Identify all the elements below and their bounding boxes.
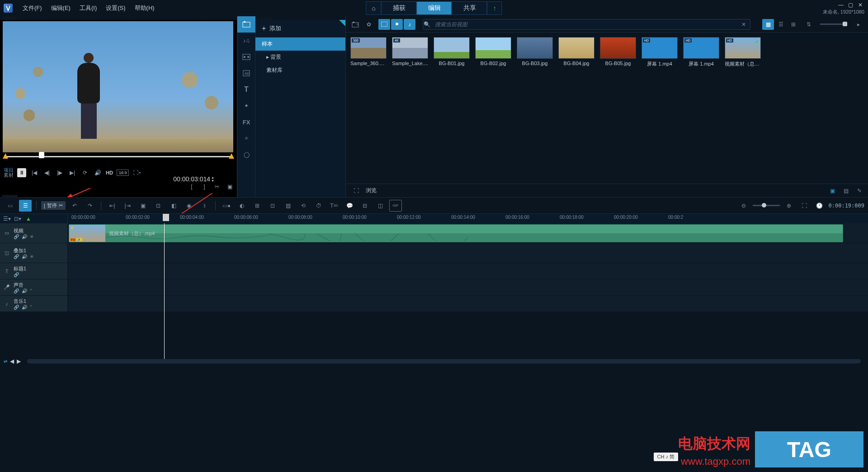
side-tab-media[interactable]: [237, 16, 255, 33]
scroll-left-button[interactable]: ◀: [10, 358, 14, 364]
timeline-view-button[interactable]: ☰: [19, 200, 32, 212]
tab-share[interactable]: 共享: [452, 1, 487, 15]
source-mode-label[interactable]: 素材: [4, 173, 14, 178]
thumb-item[interactable]: HD屏幕 1.mp4: [683, 37, 719, 67]
volume-slider[interactable]: [820, 24, 847, 25]
prev-frame-button[interactable]: ◀|: [42, 168, 52, 177]
thumb-item[interactable]: BG-B02.jpg: [475, 37, 511, 67]
track-content-overlay[interactable]: [68, 243, 868, 263]
tree-item-sample[interactable]: 样本: [255, 38, 345, 51]
sound-icon[interactable]: 🔊: [22, 234, 27, 239]
template-button[interactable]: ⊡: [266, 200, 279, 212]
menu-edit[interactable]: 编辑(E): [47, 4, 75, 12]
side-tab-motion[interactable]: ◯: [237, 146, 255, 163]
timecode-display[interactable]: 00:00:03:014▲▼: [173, 175, 214, 183]
thumb-item[interactable]: HD屏幕 1.mp4: [642, 37, 678, 67]
3d-title-button[interactable]: T3D: [328, 200, 340, 212]
tab-capture[interactable]: 捕获: [382, 1, 417, 15]
cue-marker[interactable]: [163, 214, 169, 221]
mark-in-button[interactable]: [: [187, 183, 196, 191]
time-ruler[interactable]: 00:00:00:00 00:00:02:00 00:00:04:00 00:0…: [68, 214, 868, 223]
tab-home[interactable]: ⌂: [366, 1, 381, 15]
sort-button[interactable]: ⇅: [803, 19, 815, 30]
browse-button[interactable]: ⛶: [350, 185, 362, 196]
thumb-item[interactable]: BG-B03.jpg: [517, 37, 553, 67]
fit-button[interactable]: ⛶: [798, 200, 811, 212]
gif-button[interactable]: GIF: [389, 200, 402, 212]
thumb-item[interactable]: BG-B04.jpg: [558, 37, 594, 67]
undo-button[interactable]: ↶: [68, 200, 81, 212]
multicam-button[interactable]: ⊞: [251, 200, 264, 212]
scrub-bar[interactable]: [5, 156, 232, 164]
filter-video-button[interactable]: [378, 19, 390, 30]
storyboard-view-button[interactable]: ▭: [4, 200, 16, 212]
drag-handle-tree[interactable]: :::::::::: [255, 16, 345, 20]
add-folder-button[interactable]: +添加: [255, 20, 345, 38]
close-button[interactable]: ✕: [858, 2, 864, 8]
redo-button[interactable]: ↷: [84, 200, 96, 212]
link-icon[interactable]: 🔗: [14, 234, 19, 239]
split-button[interactable]: ✂: [212, 183, 222, 191]
hd-label[interactable]: HD: [106, 170, 113, 175]
filter-photo-button[interactable]: [391, 19, 403, 30]
search-clear-button[interactable]: ✕: [741, 21, 746, 28]
search-input[interactable]: [423, 19, 750, 30]
aspect-ratio-button[interactable]: 16:9: [117, 170, 129, 176]
clock-icon[interactable]: 🕐: [813, 200, 826, 212]
side-tab-video[interactable]: [237, 49, 255, 65]
ar-button[interactable]: ◫: [374, 200, 387, 212]
track-content-title[interactable]: [68, 263, 868, 279]
side-tab-fx[interactable]: FX: [237, 114, 255, 130]
panel-toggle-3[interactable]: ✎: [854, 185, 865, 196]
transition-button[interactable]: ◧: [167, 200, 180, 212]
track-menu-button[interactable]: ☰▾: [3, 213, 11, 225]
scrub-playhead[interactable]: [39, 152, 44, 158]
track-content-voice[interactable]: [68, 279, 868, 295]
fx-icon[interactable]: ✳: [30, 234, 33, 239]
menu-settings[interactable]: 设置(S): [101, 4, 130, 12]
mask-button[interactable]: ▧: [282, 200, 294, 212]
mark-out-handle[interactable]: [229, 153, 234, 159]
audio-mixer-button[interactable]: ⫴: [198, 200, 211, 212]
track-content-music[interactable]: [68, 296, 868, 312]
drag-handle-timeline[interactable]: :::::::::: [2, 195, 18, 198]
mark-in-handle[interactable]: [3, 153, 8, 159]
minimize-button[interactable]: —: [838, 2, 844, 8]
tree-item-background[interactable]: ▸ 背景: [255, 51, 345, 64]
zoom-in-button[interactable]: ⊕: [783, 200, 795, 212]
volume-button[interactable]: 🔊: [93, 168, 102, 177]
filter-audio-button[interactable]: ♪: [404, 19, 415, 30]
side-tab-graphic[interactable]: ✦: [237, 98, 255, 114]
tab-upload[interactable]: ↑: [487, 1, 502, 15]
thumb-item[interactable]: HD✓视频素材（总）....: [725, 37, 761, 67]
split-screen-button[interactable]: ⊟: [359, 200, 371, 212]
go-end-button[interactable]: ▶|: [68, 168, 77, 177]
thumb-item[interactable]: BG-B05.jpg: [600, 37, 636, 67]
menu-tools[interactable]: 工具(I): [75, 4, 101, 12]
motion-button[interactable]: ⟲: [297, 200, 310, 212]
view-grid-button[interactable]: ⊞: [788, 19, 799, 30]
maximize-button[interactable]: ▢: [848, 2, 854, 8]
side-tab-title[interactable]: T: [237, 81, 255, 98]
next-frame-button[interactable]: |▶: [55, 168, 64, 177]
panel-toggle-1[interactable]: ▣: [826, 185, 838, 196]
import-button[interactable]: +: [349, 19, 361, 30]
trim-out-button[interactable]: |⇥: [121, 200, 134, 212]
thumb-item[interactable]: 4KSample_Lake....: [392, 37, 428, 67]
go-start-button[interactable]: |◀: [30, 168, 39, 177]
expand-button[interactable]: ▸: [853, 19, 864, 30]
preview-viewport[interactable]: [3, 21, 233, 152]
track-add-button[interactable]: ▲: [24, 213, 33, 225]
tree-item-materials[interactable]: 素材库: [255, 64, 345, 77]
panel-toggle-2[interactable]: ▤: [840, 185, 852, 196]
view-list-button[interactable]: ☰: [775, 19, 787, 30]
pan-zoom-button[interactable]: ⊡: [152, 200, 165, 212]
video-clip[interactable]: ★FX🔊 视频素材（总）.mp4: [69, 224, 843, 242]
crop-button[interactable]: ▣: [225, 183, 234, 191]
drag-handle-preview[interactable]: :::::::::: [0, 16, 237, 20]
record-button[interactable]: ▭●: [220, 200, 233, 212]
loop-button[interactable]: ⟳: [80, 168, 90, 177]
menu-help[interactable]: 帮助(H): [130, 4, 159, 12]
thumb-item[interactable]: 360Sample_360.m...: [350, 37, 387, 67]
side-tab-audio[interactable]: ♪♫: [237, 33, 255, 49]
